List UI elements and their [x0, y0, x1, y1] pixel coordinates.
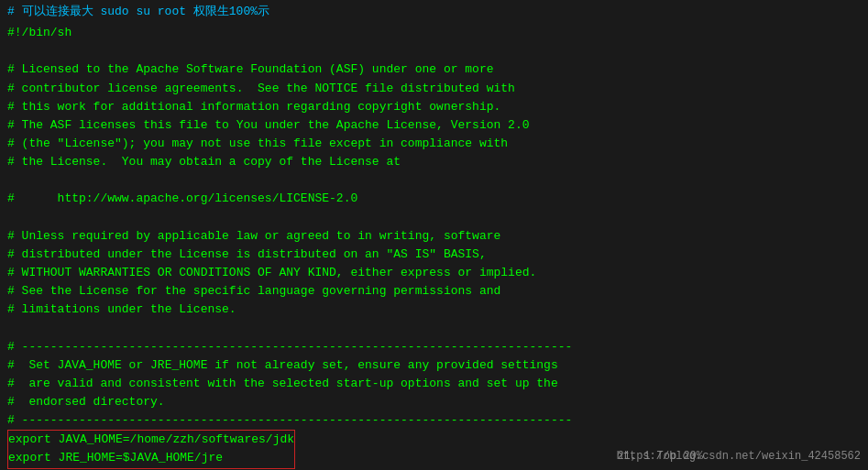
line-13: # distributed under the License is distr… [7, 246, 861, 264]
terminal-window: # 可以连接最大 sudo su root 权限生100%示 #!/bin/sh… [0, 0, 868, 470]
line-12: # Unless required by applicable law or a… [7, 227, 861, 246]
line-blank-4 [7, 319, 861, 337]
line-separator-2: # --------------------------------------… [7, 411, 861, 430]
export-highlight-block: export JAVA_HOME=/home/zzh/softwares/jdk… [7, 430, 295, 468]
line-blank-2 [7, 171, 861, 190]
code-block: #!/bin/sh # Licensed to the Apache Softw… [7, 24, 861, 470]
line-6: # The ASF licenses this file to You unde… [7, 116, 861, 135]
line-16: # limitations under the License. [7, 301, 861, 319]
line-8: # the License. You may obtain a copy of … [7, 153, 861, 171]
line-export-java: export JAVA_HOME=/home/zzh/softwares/jdk [8, 431, 294, 449]
line-separator-1: # --------------------------------------… [7, 338, 861, 356]
line-7: # (the "License"); you may not use this … [7, 135, 861, 153]
line-10: # http://www.apache.org/licenses/LICENSE… [7, 190, 861, 208]
line-blank-3 [7, 209, 861, 227]
line-3: # Licensed to the Apache Software Founda… [7, 60, 861, 79]
line-21: # endorsed directory. [7, 393, 861, 411]
line-info: 21, 1 Top 20% [617, 450, 703, 463]
line-export-jre: export JRE_HOME=$JAVA_HOME/jre [8, 449, 294, 467]
line-19: # Set JAVA_HOME or JRE_HOME if not alrea… [7, 356, 861, 375]
line-1: #!/bin/sh [7, 24, 861, 42]
line-20: # are valid and consistent with the sele… [7, 375, 861, 393]
line-4: # contributor license agreements. See th… [7, 80, 861, 98]
line-14: # WITHOUT WARRANTIES OR CONDITIONS OF AN… [7, 264, 861, 282]
top-bar-text: # 可以连接最大 sudo su root 权限生100%示 [7, 4, 861, 20]
line-5: # this work for additional information r… [7, 98, 861, 116]
line-blank-1 [7, 42, 861, 60]
line-15: # See the License for the specific langu… [7, 282, 861, 301]
